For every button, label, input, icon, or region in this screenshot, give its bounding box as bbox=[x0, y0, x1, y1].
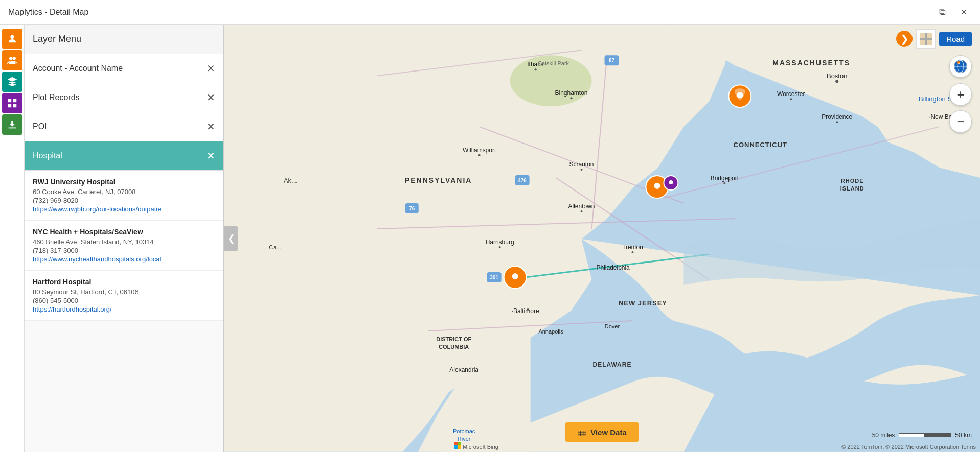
svg-text:Trenton: Trenton bbox=[622, 244, 643, 251]
svg-text:RHODE: RHODE bbox=[841, 178, 864, 184]
hospital-addr-3: 80 Seymour St, Hartford, CT, 06106 bbox=[33, 288, 215, 296]
svg-rect-89 bbox=[458, 442, 461, 445]
hospital-phone-1: (732) 969-8020 bbox=[33, 197, 215, 204]
ms-bing-text: Microsoft Bing bbox=[463, 444, 498, 450]
scale-km-label: 50 km bbox=[955, 432, 972, 439]
svg-text:River: River bbox=[458, 436, 471, 442]
svg-text:476: 476 bbox=[518, 178, 527, 183]
zoom-in-button[interactable]: + bbox=[949, 83, 972, 106]
layer-account-label: Account - Account Name bbox=[33, 64, 123, 73]
sidebar-icon-layers[interactable] bbox=[2, 72, 22, 92]
map-type-icon bbox=[916, 29, 936, 49]
layer-poi-label: POI bbox=[33, 122, 47, 131]
svg-text:Williamsport: Williamsport bbox=[463, 147, 496, 154]
svg-text:Scranton: Scranton bbox=[569, 161, 594, 168]
zoom-out-button[interactable]: − bbox=[949, 110, 972, 133]
hospital-list: RWJ University Hospital 60 Cooke Ave, Ca… bbox=[25, 171, 223, 321]
svg-text:76: 76 bbox=[409, 206, 415, 211]
layer-poi-close[interactable]: ✕ bbox=[207, 121, 215, 133]
svg-text:NEW JERSEY: NEW JERSEY bbox=[619, 299, 667, 307]
map-area[interactable]: ❮ ❯ Road ↺ + − bbox=[224, 25, 980, 452]
hospital-entry-3[interactable]: Hartford Hospital 80 Seymour St, Hartfor… bbox=[25, 271, 223, 321]
svg-point-40 bbox=[535, 68, 537, 70]
svg-point-58 bbox=[835, 80, 838, 83]
table-icon bbox=[577, 427, 586, 437]
svg-text:Dover: Dover bbox=[605, 323, 620, 329]
title-bar: Maplytics - Detail Map ⧉ ✕ bbox=[0, 0, 980, 25]
svg-text:COLUMBIA: COLUMBIA bbox=[439, 344, 469, 350]
svg-point-0 bbox=[10, 35, 14, 39]
svg-text:·Baltimore: ·Baltimore bbox=[512, 307, 539, 315]
map-type-prev-button[interactable]: ❯ bbox=[896, 31, 913, 47]
svg-rect-7 bbox=[8, 128, 16, 129]
title-bar-left: Maplytics - Detail Map bbox=[8, 8, 88, 17]
restore-button[interactable]: ⧉ bbox=[935, 5, 950, 20]
svg-point-1 bbox=[9, 57, 12, 60]
svg-point-42 bbox=[571, 97, 573, 99]
layer-hospital-close[interactable]: ✕ bbox=[207, 150, 215, 162]
svg-text:Alexandria: Alexandria bbox=[449, 366, 478, 373]
map-type-label[interactable]: Road bbox=[939, 32, 972, 46]
svg-text:Boston: Boston bbox=[827, 72, 847, 80]
svg-text:Annapolis: Annapolis bbox=[538, 328, 563, 335]
layer-account-close[interactable]: ✕ bbox=[207, 62, 215, 75]
globe-button[interactable]: ↺ bbox=[949, 55, 972, 78]
svg-text:301: 301 bbox=[490, 275, 498, 280]
svg-rect-10 bbox=[925, 33, 927, 45]
hospital-url-1[interactable]: https://www.rwjbh.org/our-locations/outp… bbox=[33, 205, 215, 213]
hospital-entry-1[interactable]: RWJ University Hospital 60 Cooke Ave, Ca… bbox=[25, 171, 223, 221]
svg-point-77 bbox=[654, 183, 660, 189]
svg-text:DISTRICT OF: DISTRICT OF bbox=[436, 336, 471, 342]
svg-text:PENNSYLVANIA: PENNSYLVANIA bbox=[405, 176, 472, 184]
ms-bing-label: Microsoft Bing bbox=[454, 442, 498, 450]
sidebar-icon-download[interactable] bbox=[2, 114, 22, 135]
layer-item-plot[interactable]: Plot Records ✕ bbox=[25, 83, 223, 112]
bing-icon bbox=[454, 442, 461, 449]
svg-text:Harrisburg: Harrisburg bbox=[486, 239, 514, 246]
svg-point-66 bbox=[527, 308, 529, 311]
svg-rect-4 bbox=[13, 99, 16, 102]
svg-text:CONNECTICUT: CONNECTICUT bbox=[734, 141, 788, 149]
svg-text:·Philadelphia: ·Philadelphia bbox=[595, 264, 630, 271]
svg-point-60 bbox=[790, 98, 792, 100]
layer-item-poi[interactable]: POI ✕ bbox=[25, 112, 223, 141]
svg-text:MASSACHUSETTS: MASSACHUSETTS bbox=[772, 59, 850, 67]
sidebar-icon-grid[interactable] bbox=[2, 93, 22, 113]
sidebar-icon-person[interactable] bbox=[2, 29, 22, 49]
svg-rect-91 bbox=[458, 445, 461, 449]
layer-item-account[interactable]: Account - Account Name ✕ bbox=[25, 54, 223, 83]
sidebar-icon-panel bbox=[0, 25, 25, 452]
svg-point-47 bbox=[478, 154, 481, 156]
hospital-phone-2: (718) 317-3000 bbox=[33, 247, 215, 254]
view-data-button[interactable]: View Data bbox=[565, 422, 639, 442]
hospital-addr-1: 60 Cooke Ave, Carteret, NJ, 07008 bbox=[33, 188, 215, 196]
app-title: Maplytics - Detail Map bbox=[8, 8, 88, 17]
svg-point-75 bbox=[737, 92, 743, 98]
svg-text:Binghamton: Binghamton bbox=[555, 89, 588, 97]
svg-rect-3 bbox=[8, 99, 11, 102]
hospital-phone-3: (860) 545-5000 bbox=[33, 297, 215, 304]
collapse-panel-button[interactable]: ❮ bbox=[224, 226, 238, 251]
layer-item-hospital[interactable]: Hospital ✕ bbox=[25, 141, 223, 171]
map-type-bar: ❯ Road bbox=[896, 29, 972, 49]
sidebar-icon-group[interactable] bbox=[2, 50, 22, 70]
svg-point-53 bbox=[631, 251, 633, 253]
svg-text:ISLAND: ISLAND bbox=[840, 185, 864, 192]
hospital-entry-2[interactable]: NYC Health + Hospitals/SeaView 460 Briel… bbox=[25, 221, 223, 271]
svg-point-45 bbox=[581, 169, 583, 171]
svg-text:Catskill Park: Catskill Park bbox=[538, 60, 569, 66]
scale-bar: 50 miles 50 km bbox=[872, 432, 972, 440]
copyright-text: © 2022 TomTom, © 2022 Microsoft Corporat… bbox=[841, 444, 976, 450]
hospital-name-3: Hartford Hospital bbox=[33, 278, 215, 286]
layer-panel: Layer Menu Account - Account Name ✕ Plot… bbox=[25, 25, 224, 452]
svg-text:Ak...: Ak... bbox=[284, 177, 297, 184]
hospital-url-2[interactable]: https://www.nychealthandhospitals.org/lo… bbox=[33, 255, 215, 263]
svg-text:Allentown: Allentown bbox=[568, 203, 595, 210]
close-button[interactable]: ✕ bbox=[956, 5, 972, 20]
svg-point-79 bbox=[669, 180, 673, 184]
layer-plot-close[interactable]: ✕ bbox=[207, 91, 215, 104]
scale-miles-label: 50 miles bbox=[872, 432, 895, 439]
hospital-url-3[interactable]: https://hartfordhospital.org/ bbox=[33, 305, 215, 313]
svg-point-56 bbox=[723, 182, 725, 184]
map-svg: 476 76 301 87 MASSACHUSETTS CONNECTICUT … bbox=[224, 25, 980, 452]
